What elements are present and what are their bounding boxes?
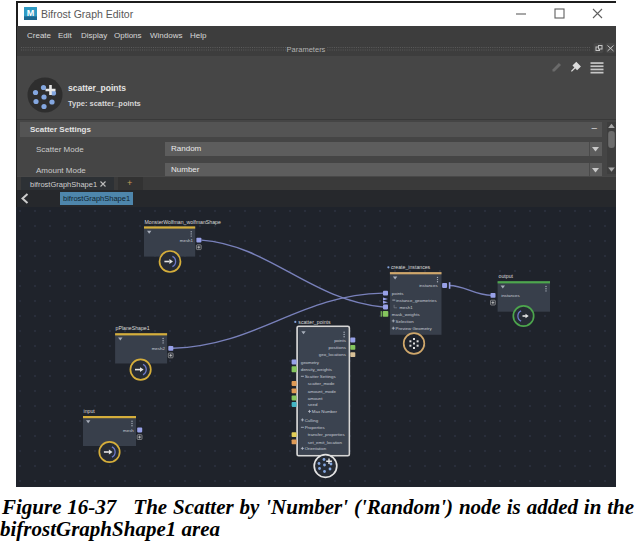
svg-text:create_instances: create_instances (391, 264, 431, 270)
svg-text:MonsterWolfman_wolfmanShape: MonsterWolfman_wolfmanShape (145, 219, 221, 225)
svg-text:instances: instances (501, 293, 520, 298)
svg-text:scatter_points: scatter_points (298, 319, 331, 325)
svg-text:Orientation: Orientation (305, 446, 327, 451)
svg-text:input: input (84, 408, 96, 414)
svg-text:instances: instances (419, 283, 438, 288)
svg-text:transfer_properties: transfer_properties (308, 432, 346, 437)
svg-text:mask_weights: mask_weights (392, 312, 421, 317)
svg-text:M: M (27, 8, 35, 18)
svg-text:mesh1: mesh1 (399, 305, 413, 310)
svg-text:geo_locations: geo_locations (319, 352, 347, 357)
svg-text:points: points (392, 291, 405, 296)
svg-text:scatter_mode: scatter_mode (308, 381, 335, 386)
svg-text:mesh2: mesh2 (152, 346, 166, 351)
svg-text:Properties: Properties (305, 425, 326, 430)
svg-text:Selection: Selection (396, 319, 415, 324)
svg-text:points: points (334, 338, 347, 343)
svg-text:Parameters: Parameters (287, 45, 326, 54)
svg-text:Culling: Culling (305, 418, 319, 423)
svg-text:mesh: mesh (123, 428, 134, 433)
svg-text:amount: amount (308, 396, 323, 401)
svg-text:Preview Geometry: Preview Geometry (396, 326, 433, 331)
svg-text:seed: seed (308, 402, 318, 407)
svg-text:density_weights: density_weights (301, 367, 333, 372)
svg-text:positions: positions (329, 345, 347, 350)
svg-text:amount_mode: amount_mode (308, 389, 337, 394)
svg-text:geometry: geometry (301, 360, 320, 365)
svg-text:output: output (499, 273, 514, 279)
svg-text:set_emit_location: set_emit_location (308, 440, 343, 445)
svg-text:Scatter Settings: Scatter Settings (305, 374, 337, 379)
svg-text:instance_geometries: instance_geometries (396, 298, 437, 303)
svg-text:mesh1: mesh1 (180, 238, 194, 243)
svg-text:Max Number: Max Number (312, 409, 338, 414)
svg-text:pPlaneShape1: pPlaneShape1 (116, 325, 150, 331)
